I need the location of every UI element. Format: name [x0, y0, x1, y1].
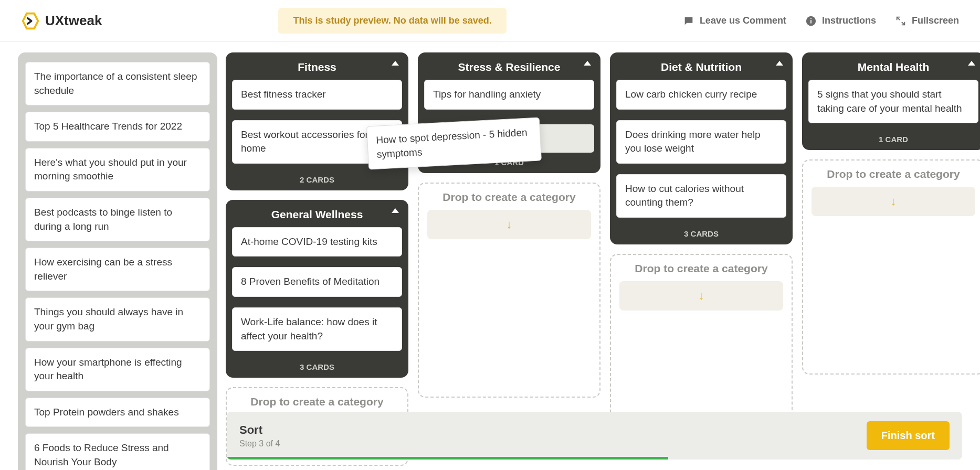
- category-count: 2 CARDS: [232, 170, 402, 190]
- category-header: Mental Health: [808, 58, 978, 80]
- svg-rect-3: [810, 18, 812, 19]
- create-category-dropzone[interactable]: Drop to create a category↓: [802, 159, 980, 375]
- category-header: General Wellness: [232, 205, 402, 227]
- category[interactable]: FitnessBest fitness trackerBest workout …: [226, 52, 408, 190]
- category-cards: At-home COVID-19 testing kits8 Proven Be…: [232, 227, 402, 357]
- arrow-down-icon: ↓: [507, 218, 512, 231]
- instructions-label: Instructions: [822, 15, 876, 26]
- category[interactable]: General WellnessAt-home COVID-19 testing…: [226, 200, 408, 378]
- category[interactable]: Diet & NutritionLow carb chicken curry r…: [610, 52, 793, 244]
- category[interactable]: Mental Health5 signs that you should sta…: [802, 52, 980, 150]
- unsorted-card[interactable]: Here's what you should put in your morni…: [25, 148, 210, 191]
- preview-banner: This is study preview. No data will be s…: [278, 8, 506, 34]
- dropzone-label: Drop to create a category: [619, 262, 783, 275]
- topbar: UXtweak This is study preview. No data w…: [0, 0, 980, 42]
- finish-sort-button[interactable]: Finish sort: [867, 421, 950, 450]
- unsorted-card[interactable]: Top Protein powders and shakes: [25, 398, 210, 428]
- category-header: Fitness: [232, 58, 402, 80]
- category-card[interactable]: How to cut calories without counting the…: [616, 174, 786, 218]
- dropzone-target[interactable]: ↓: [619, 281, 783, 311]
- unsorted-card[interactable]: How your smartphone is effecting your he…: [25, 348, 210, 391]
- column: Diet & NutritionLow carb chicken curry r…: [610, 52, 793, 427]
- info-icon: [805, 15, 817, 27]
- column: FitnessBest fitness trackerBest workout …: [226, 52, 408, 466]
- workspace: The importance of a consistent sleep sch…: [0, 42, 980, 470]
- bottom-info: Sort Step 3 of 4: [239, 423, 280, 448]
- instructions-button[interactable]: Instructions: [805, 15, 876, 27]
- category-header: Stress & Resilience: [424, 58, 594, 80]
- arrow-down-icon: ↓: [699, 289, 704, 303]
- logo-icon: [21, 12, 40, 30]
- dropzone-label: Drop to create a category: [812, 168, 975, 180]
- category-count: 3 CARDS: [232, 357, 402, 378]
- dropzone-label: Drop to create a category: [427, 191, 591, 204]
- progress-bar: [227, 457, 668, 460]
- comment-icon: [683, 15, 694, 27]
- create-category-dropzone[interactable]: Drop to create a category↓: [610, 254, 793, 427]
- unsorted-card[interactable]: Things you should always have in your gy…: [25, 297, 210, 341]
- category-card[interactable]: Tips for handling anxiety: [424, 80, 594, 110]
- category-card[interactable]: Low carb chicken curry recipe: [616, 80, 786, 110]
- svg-rect-2: [810, 20, 812, 23]
- unsorted-card[interactable]: How exercising can be a stress reliever: [25, 248, 210, 291]
- task-title: Sort: [239, 423, 280, 437]
- fullscreen-icon: [895, 15, 907, 27]
- category-count: 3 CARDS: [616, 224, 786, 244]
- category-count: 1 CARD: [808, 130, 978, 150]
- unsorted-card[interactable]: 6 Foods to Reduce Stress and Nourish You…: [25, 433, 210, 470]
- collapse-icon[interactable]: [584, 61, 591, 66]
- category-columns: FitnessBest fitness trackerBest workout …: [226, 52, 980, 466]
- unsorted-card[interactable]: The importance of a consistent sleep sch…: [25, 62, 210, 105]
- dropzone-target[interactable]: ↓: [427, 210, 591, 239]
- brand-name: UXtweak: [45, 13, 102, 29]
- dropzone-target[interactable]: ↓: [812, 187, 975, 216]
- column: Mental Health5 signs that you should sta…: [802, 52, 980, 375]
- dropzone-label: Drop to create a category: [235, 396, 399, 408]
- unsorted-card[interactable]: Best podcasts to binge listen to during …: [25, 198, 210, 241]
- category-card[interactable]: Does drinking more water help you lose w…: [616, 120, 786, 164]
- category-card[interactable]: 5 signs that you should start taking car…: [808, 80, 978, 123]
- collapse-icon[interactable]: [968, 61, 975, 66]
- create-category-dropzone[interactable]: Drop to create a category↓: [418, 183, 600, 398]
- category-card[interactable]: Best fitness tracker: [232, 80, 402, 110]
- category-cards: Low carb chicken curry recipeDoes drinki…: [616, 80, 786, 224]
- leave-comment-label: Leave us Comment: [700, 15, 786, 26]
- logo[interactable]: UXtweak: [21, 12, 102, 30]
- dragging-card[interactable]: How to spot depression - 5 hidden sympto…: [366, 117, 542, 169]
- arrow-down-icon: ↓: [891, 195, 897, 208]
- step-indicator: Step 3 of 4: [239, 439, 280, 448]
- column: Stress & ResilienceTips for handling anx…: [418, 52, 600, 398]
- bottom-bar: Sort Step 3 of 4 Finish sort: [227, 412, 962, 460]
- category-card[interactable]: 8 Proven Benefits of Meditation: [232, 267, 402, 297]
- collapse-icon[interactable]: [392, 61, 399, 66]
- unsorted-card[interactable]: Top 5 Healthcare Trends for 2022: [25, 112, 210, 142]
- category-card[interactable]: At-home COVID-19 testing kits: [232, 227, 402, 257]
- collapse-icon[interactable]: [392, 208, 399, 213]
- fullscreen-label: Fullscreen: [912, 15, 959, 26]
- fullscreen-button[interactable]: Fullscreen: [895, 15, 959, 27]
- unsorted-cards-panel[interactable]: The importance of a consistent sleep sch…: [18, 52, 217, 470]
- category-card[interactable]: Work-Life balance: how does it affect yo…: [232, 307, 402, 351]
- top-actions: Leave us Comment Instructions Fullscreen: [683, 15, 959, 27]
- collapse-icon[interactable]: [776, 61, 783, 66]
- leave-comment-button[interactable]: Leave us Comment: [683, 15, 786, 27]
- category-header: Diet & Nutrition: [616, 58, 786, 80]
- category-cards: 5 signs that you should start taking car…: [808, 80, 978, 130]
